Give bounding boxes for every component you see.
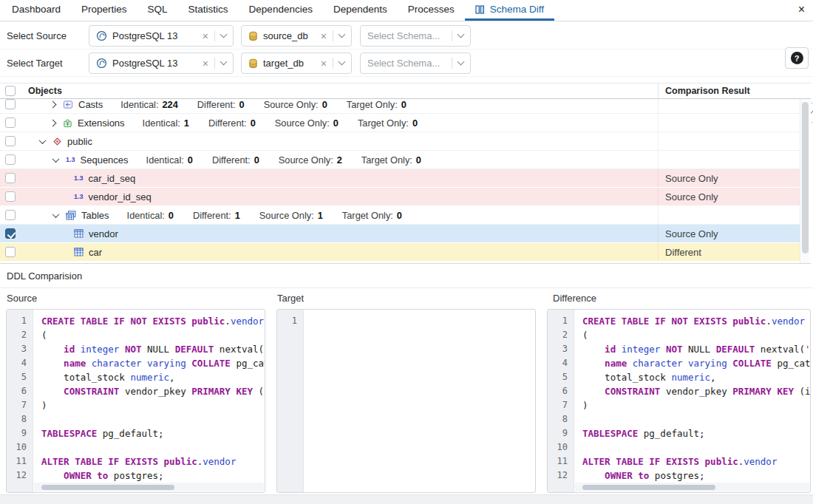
tab-label: Dependents [333,4,387,15]
chevron-down-icon[interactable] [220,31,228,38]
tab-dependents[interactable]: Dependents [323,0,398,21]
row-checkbox[interactable] [5,210,16,220]
source-schema-placeholder: Select Schema... [367,30,440,41]
code-area[interactable] [305,310,535,492]
line-number: 12 [7,469,33,483]
count-identical: Identical:0 [146,154,193,166]
tab-properties[interactable]: Properties [71,0,137,21]
tab-statistics[interactable]: Statistics [178,0,239,21]
horizontal-scrollbar[interactable] [575,483,809,491]
row-checkbox[interactable] [5,173,16,183]
row-checkbox[interactable] [5,228,16,239]
code-area[interactable]: CREATE TABLE IF NOT EXISTS public.vendor… [34,310,265,492]
tab-schema-diff[interactable]: Schema Diff [465,0,554,21]
tab-label: Dashboard [12,4,61,15]
source-ddl-editor[interactable]: 123456789101112CREATE TABLE IF NOT EXIST… [6,309,265,493]
grid-row-schema-public[interactable]: public [0,132,800,151]
tab-label: Schema Diff [490,4,544,15]
sequence-icon: 1.3 [74,193,84,200]
database-icon [248,31,258,41]
schema-diff-icon [475,5,485,14]
tab-sql[interactable]: SQL [137,0,178,21]
code-line: total_stock numeric, [582,370,810,384]
comparison-result-cell [658,132,800,150]
line-number: 2 [548,328,574,342]
line-number: 1 [548,314,574,328]
row-checkbox[interactable] [5,154,16,165]
source-server-select[interactable]: PostgreSQL 13 × [89,25,234,47]
grid-row-casts[interactable]: CastsIdentical:224Different:0Source Only… [0,99,800,114]
divider [214,30,215,41]
chevron-down-icon[interactable] [457,58,465,66]
source-schema-select[interactable]: Select Schema... [360,25,471,47]
node-label: Sequences [81,154,129,166]
chevron-down-icon[interactable] [457,31,465,38]
scrollbar-thumb[interactable] [41,485,174,490]
select-all-checkbox[interactable] [5,86,16,96]
row-checkbox[interactable] [5,99,16,109]
clear-icon[interactable]: × [203,58,208,69]
expand-chevron-right-icon[interactable] [50,101,57,108]
grid-row-tables[interactable]: TablesIdentical:0Different:1Source Only:… [0,206,800,225]
divider [452,30,452,41]
row-checkbox[interactable] [5,247,16,257]
code-line [41,412,265,426]
expand-chevron-down-icon[interactable] [39,137,47,144]
scrollbar-thumb[interactable] [582,485,715,490]
row-checkbox[interactable] [5,118,16,128]
grid-vertical-scrollbar[interactable] [800,99,809,263]
expand-chevron-right-icon[interactable] [50,119,57,126]
line-number: 11 [548,454,574,469]
code-area[interactable]: CREATE TABLE IF NOT EXISTS public.vendor… [575,310,810,492]
horizontal-scrollbar[interactable] [34,483,264,491]
chevron-down-icon[interactable] [339,31,346,38]
chevron-down-icon[interactable] [220,58,228,66]
chevron-down-icon[interactable] [339,58,346,66]
target-server-select[interactable]: PostgreSQL 13 × [89,52,234,74]
comparison-result-cell [658,99,800,113]
target-database-select[interactable]: target_db × [241,52,352,74]
sequence-icon: 1.3 [74,174,84,182]
casts-icon [63,100,73,109]
clear-icon[interactable]: × [203,31,208,41]
divider [214,58,215,69]
line-number: 9 [7,426,33,440]
grid-row-vendor_id_seq[interactable]: 1.3vendor_id_seqSource Only [0,188,800,206]
line-number: 2 [7,328,33,342]
line-number: 9 [548,426,574,440]
node-label: Casts [78,99,103,110]
code-line: CREATE TABLE IF NOT EXISTS public.vendor [582,314,810,328]
target-database-value: target_db [263,58,304,69]
grid-row-car_id_seq[interactable]: 1.3car_id_seqSource Only [0,169,800,188]
grid-row-extensions[interactable]: ExtensionsIdentical:1Different:0Source O… [0,114,800,132]
tab-dependencies[interactable]: Dependencies [239,0,323,21]
code-line: ( [582,328,810,342]
clear-icon[interactable]: × [321,58,327,69]
grid-row-sequences[interactable]: 1.3SequencesIdentical:0Different:0Source… [0,151,800,169]
row-checkbox[interactable] [5,136,16,146]
target-ddl-editor[interactable]: 1 [276,309,536,493]
row-checkbox[interactable] [5,191,16,202]
tab-processes[interactable]: Processes [398,0,465,21]
grid-row-vendor[interactable]: vendorSource Only [0,225,800,243]
clear-icon[interactable]: × [321,31,327,41]
expand-chevron-down-icon[interactable] [52,155,60,163]
code-line: total_stock numeric, [41,370,265,384]
target-schema-placeholder: Select Schema... [367,58,440,69]
target-schema-select[interactable]: Select Schema... [360,52,471,74]
line-number: 5 [548,370,574,384]
line-number: 4 [7,356,33,370]
difference-ddl-editor[interactable]: 123456789101112CREATE TABLE IF NOT EXIST… [547,309,811,493]
source-database-select[interactable]: source_db × [241,25,352,47]
scrollbar-thumb[interactable] [802,102,809,253]
count-different: Different:0 [197,99,245,110]
comparison-result-cell: Source Only [658,169,800,187]
grid-row-car[interactable]: carDifferent [0,243,800,262]
count-identical: Identical:1 [143,118,189,129]
expand-chevron-down-icon[interactable] [52,211,60,218]
count-source-only: Source Only:0 [275,118,339,129]
comparison-counts: Identical:0Different:0Source Only:2Targe… [146,154,421,166]
tab-dashboard[interactable]: Dashboard [1,0,71,21]
close-icon[interactable]: × [798,4,805,16]
count-identical: Identical:224 [120,99,178,110]
